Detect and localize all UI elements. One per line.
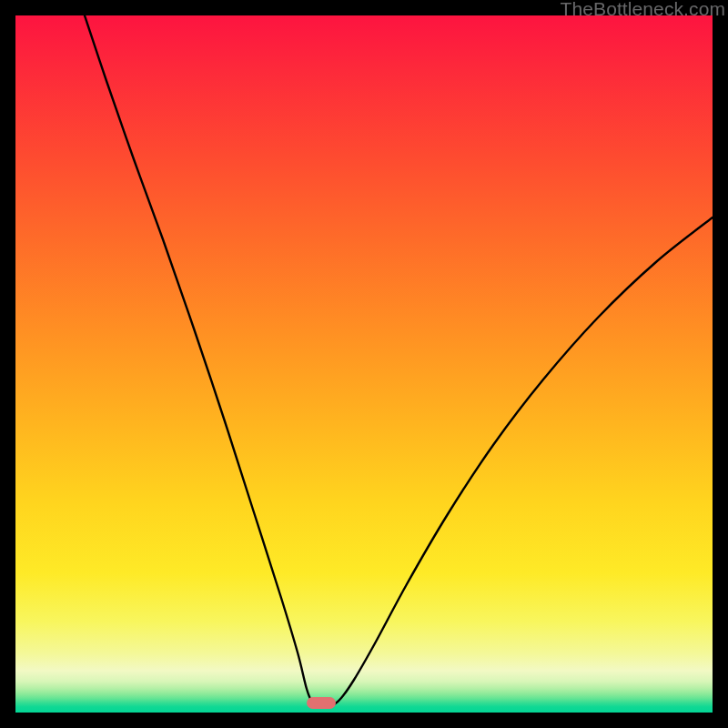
curve-path xyxy=(85,15,713,706)
optimal-marker xyxy=(307,697,336,709)
watermark-text: TheBottleneck.com xyxy=(561,0,725,20)
bottleneck-curve xyxy=(15,15,713,713)
chart-frame: TheBottleneck.com xyxy=(0,0,728,728)
plot-area xyxy=(15,15,713,713)
